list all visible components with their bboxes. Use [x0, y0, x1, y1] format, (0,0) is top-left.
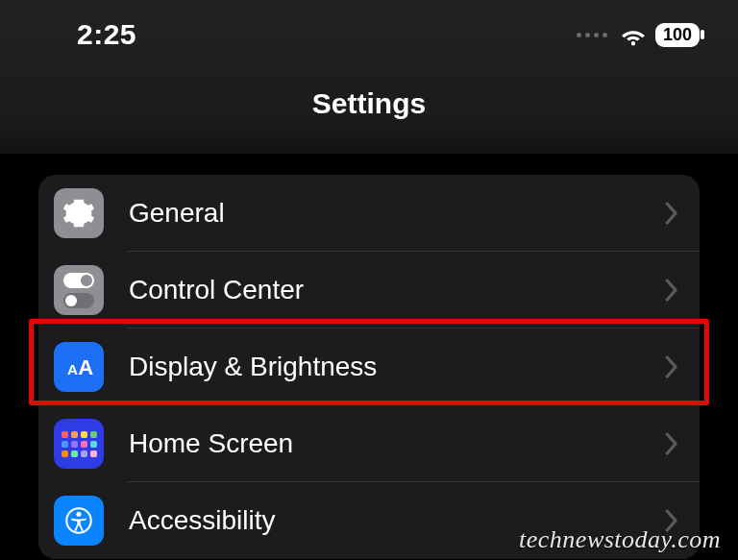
wifi-icon [621, 22, 646, 47]
chevron-right-icon [665, 432, 678, 455]
settings-item-display-brightness[interactable]: AA Display & Brightness [38, 329, 700, 405]
status-bar: 2:25 100 [19, 0, 719, 58]
settings-item-label: Home Screen [129, 428, 665, 459]
settings-list: General Control Center AA Display & Brig… [38, 175, 700, 559]
battery-indicator: 100 [655, 23, 700, 47]
settings-item-general[interactable]: General [38, 175, 700, 252]
content-region: General Control Center AA Display & Brig… [0, 154, 738, 559]
chevron-right-icon [665, 202, 678, 225]
accessibility-icon [54, 496, 104, 546]
svg-text:A: A [67, 361, 78, 377]
chevron-right-icon [665, 279, 678, 302]
status-time: 2:25 [77, 18, 136, 51]
settings-item-home-screen[interactable]: Home Screen [38, 405, 700, 482]
svg-point-3 [76, 512, 81, 517]
status-right: 100 [577, 22, 700, 47]
toggles-icon [54, 265, 104, 315]
watermark-text: technewstoday.com [519, 525, 721, 554]
settings-item-label: Display & Brightness [129, 352, 665, 382]
cellular-dots-icon [577, 33, 607, 37]
svg-text:A: A [78, 355, 93, 379]
nav-bar: Settings [19, 58, 719, 154]
text-size-icon: AA [54, 342, 104, 392]
settings-item-label: General [129, 198, 665, 229]
settings-item-control-center[interactable]: Control Center [38, 252, 700, 329]
settings-item-label: Control Center [129, 275, 665, 305]
gear-icon [54, 188, 104, 238]
page-title: Settings [312, 87, 426, 120]
home-grid-icon [54, 419, 104, 469]
header-region: 2:25 100 Settings [0, 0, 738, 154]
chevron-right-icon [665, 355, 678, 378]
